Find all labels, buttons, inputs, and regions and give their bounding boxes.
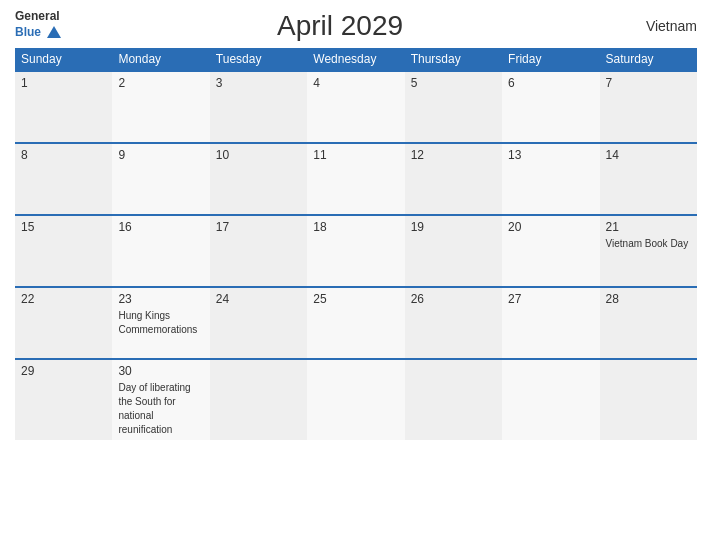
calendar-cell: 29 [15, 359, 112, 440]
calendar-cell: 30Day of liberating the South for nation… [112, 359, 209, 440]
calendar-table: SundayMondayTuesdayWednesdayThursdayFrid… [15, 48, 697, 440]
day-header-thursday: Thursday [405, 48, 502, 71]
day-number: 18 [313, 220, 398, 234]
calendar-cell [307, 359, 404, 440]
calendar-cell: 12 [405, 143, 502, 215]
calendar-cell [600, 359, 697, 440]
calendar-cell: 24 [210, 287, 307, 359]
day-number: 4 [313, 76, 398, 90]
day-number: 23 [118, 292, 203, 306]
event-label: Vietnam Book Day [606, 238, 689, 249]
day-number: 27 [508, 292, 593, 306]
day-number: 19 [411, 220, 496, 234]
calendar-cell: 7 [600, 71, 697, 143]
day-number: 25 [313, 292, 398, 306]
calendar-cell: 27 [502, 287, 599, 359]
calendar-cell: 14 [600, 143, 697, 215]
day-number: 21 [606, 220, 691, 234]
calendar-cell: 2 [112, 71, 209, 143]
calendar-title: April 2029 [63, 10, 617, 42]
calendar-cell [405, 359, 502, 440]
calendar-cell [210, 359, 307, 440]
day-header-wednesday: Wednesday [307, 48, 404, 71]
day-number: 5 [411, 76, 496, 90]
day-number: 24 [216, 292, 301, 306]
day-number: 7 [606, 76, 691, 90]
logo-blue: Blue [15, 26, 41, 39]
header: General Blue April 2029 Vietnam [15, 10, 697, 42]
day-number: 8 [21, 148, 106, 162]
calendar-cell: 5 [405, 71, 502, 143]
calendar-body: 123456789101112131415161718192021Vietnam… [15, 71, 697, 440]
calendar-cell: 26 [405, 287, 502, 359]
day-number: 13 [508, 148, 593, 162]
calendar-cell: 11 [307, 143, 404, 215]
day-header-saturday: Saturday [600, 48, 697, 71]
logo-text: General Blue [15, 10, 63, 41]
week-row-5: 2930Day of liberating the South for nati… [15, 359, 697, 440]
day-header-tuesday: Tuesday [210, 48, 307, 71]
week-row-3: 15161718192021Vietnam Book Day [15, 215, 697, 287]
calendar-cell: 1 [15, 71, 112, 143]
day-number: 15 [21, 220, 106, 234]
day-header-friday: Friday [502, 48, 599, 71]
day-number: 10 [216, 148, 301, 162]
logo-general: General [15, 10, 63, 23]
day-number: 2 [118, 76, 203, 90]
calendar-cell: 28 [600, 287, 697, 359]
day-number: 30 [118, 364, 203, 378]
day-number: 6 [508, 76, 593, 90]
calendar-cell: 4 [307, 71, 404, 143]
calendar-cell: 16 [112, 215, 209, 287]
country-label: Vietnam [617, 18, 697, 34]
day-number: 11 [313, 148, 398, 162]
calendar-cell: 13 [502, 143, 599, 215]
svg-marker-0 [47, 26, 61, 38]
calendar-cell: 18 [307, 215, 404, 287]
calendar-cell: 22 [15, 287, 112, 359]
calendar-cell: 10 [210, 143, 307, 215]
calendar-cell: 20 [502, 215, 599, 287]
calendar-cell: 19 [405, 215, 502, 287]
day-number: 1 [21, 76, 106, 90]
week-row-2: 891011121314 [15, 143, 697, 215]
calendar-cell: 6 [502, 71, 599, 143]
day-number: 26 [411, 292, 496, 306]
calendar-cell [502, 359, 599, 440]
day-number: 3 [216, 76, 301, 90]
week-row-4: 2223Hung Kings Commemorations2425262728 [15, 287, 697, 359]
calendar-header: SundayMondayTuesdayWednesdayThursdayFrid… [15, 48, 697, 71]
logo: General Blue [15, 10, 63, 41]
day-header-monday: Monday [112, 48, 209, 71]
calendar-cell: 9 [112, 143, 209, 215]
calendar-cell: 15 [15, 215, 112, 287]
calendar-cell: 25 [307, 287, 404, 359]
day-number: 29 [21, 364, 106, 378]
calendar-cell: 17 [210, 215, 307, 287]
day-number: 9 [118, 148, 203, 162]
calendar-cell: 21Vietnam Book Day [600, 215, 697, 287]
day-number: 16 [118, 220, 203, 234]
calendar-cell: 8 [15, 143, 112, 215]
calendar-cell: 23Hung Kings Commemorations [112, 287, 209, 359]
event-label: Day of liberating the South for national… [118, 382, 190, 435]
day-header-sunday: Sunday [15, 48, 112, 71]
day-number: 17 [216, 220, 301, 234]
event-label: Hung Kings Commemorations [118, 310, 197, 335]
day-number: 20 [508, 220, 593, 234]
day-number: 12 [411, 148, 496, 162]
calendar-page: General Blue April 2029 Vietnam SundayMo… [0, 0, 712, 550]
calendar-cell: 3 [210, 71, 307, 143]
day-number: 22 [21, 292, 106, 306]
logo-icon [45, 24, 63, 42]
week-row-1: 1234567 [15, 71, 697, 143]
days-header-row: SundayMondayTuesdayWednesdayThursdayFrid… [15, 48, 697, 71]
day-number: 14 [606, 148, 691, 162]
day-number: 28 [606, 292, 691, 306]
